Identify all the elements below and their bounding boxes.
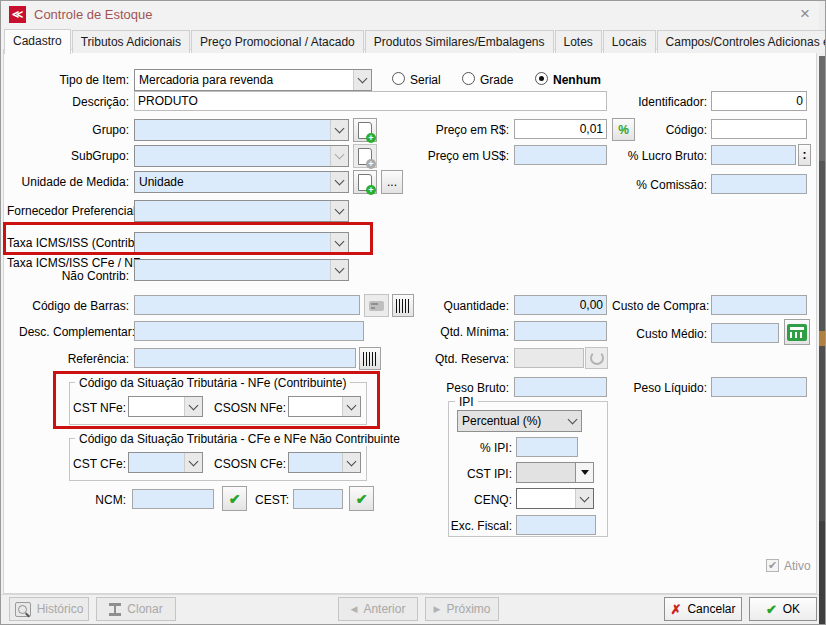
cenq-combo[interactable] [516,488,594,509]
window-title: Controle de Estoque [34,7,153,22]
tab-preco-promocional[interactable]: Preço Promocional / Atacado [191,30,364,53]
calcular-custo-button[interactable] [784,319,810,345]
chevron-down-icon [330,233,348,253]
identificador-label: Identificador: [617,95,707,109]
chevron-down-icon [575,489,593,508]
cst-ipi-combo[interactable] [516,462,594,483]
desc-complementar-input[interactable] [134,321,364,341]
referencia-barcode-button[interactable] [359,347,381,370]
grade-radio[interactable] [462,72,475,85]
taxa-icms-contrib-combo[interactable] [134,232,349,254]
add-grupo-button[interactable]: + [353,118,377,142]
chevron-down-icon [184,453,202,472]
calculator-icon [787,324,807,341]
identificador-input[interactable] [711,91,807,111]
pct-ipi-label: % IPI: [442,441,512,455]
csosn-cfe-combo[interactable] [288,452,361,473]
new-document-plus-icon: + [358,122,372,139]
preco-rs-label: Preço em R$: [419,123,509,137]
anterior-button: ◀ Anterior [338,597,418,621]
fornecedor-combo[interactable] [134,200,349,222]
barcode-button[interactable] [392,294,414,317]
new-document-plus-icon: + [358,148,372,165]
ncm-validate-button[interactable]: ✔ [222,486,247,511]
tab-tributos-adicionais[interactable]: Tributos Adicionais [72,30,190,53]
descricao-input[interactable] [134,91,607,111]
comissao-label: % Comissão: [617,178,707,192]
new-document-plus-icon: + [358,174,372,191]
chevron-down-icon [330,172,348,192]
custo-compra-input[interactable] [711,295,807,315]
arrow-right-icon: ▶ [434,604,441,614]
comissao-input[interactable] [711,174,807,194]
preco-us-input[interactable] [514,145,607,165]
ok-button[interactable]: ✔ OK [749,597,817,621]
nenhum-radio[interactable] [535,72,548,85]
tab-campos-controles[interactable]: Campos/Controles Adicionas e Observações [657,30,826,53]
history-book-icon [15,602,31,617]
csosn-nfe-combo[interactable] [288,396,361,417]
cest-validate-button[interactable]: ✔ [349,486,374,511]
cst-nfe-combo[interactable] [128,396,203,417]
unidade-medida-combo[interactable]: Unidade [134,171,349,193]
colon-icon: : [803,148,807,162]
cancel-x-icon: ✗ [671,602,682,617]
cst-cfe-group-title: Código da Situação Tributária - CFe e NF… [75,432,404,446]
tab-cadastro[interactable]: Cadastro [4,29,71,54]
chevron-down-icon [342,453,360,472]
tab-lotes[interactable]: Lotes [555,30,602,53]
unidade-more-button[interactable]: ... [381,170,403,194]
quantidade-input[interactable] [514,295,607,315]
chevron-down-icon [330,146,348,166]
ok-check-icon: ✔ [766,602,777,617]
historico-button: Histórico [9,597,89,621]
peso-liquido-input[interactable] [711,377,807,397]
cst-cfe-label: CST CFe: [73,457,123,471]
lucro-bruto-input[interactable] [711,145,796,165]
close-icon[interactable]: × [794,3,816,25]
subgrupo-label: SubGrupo: [29,149,129,163]
tab-produtos-similares[interactable]: Produtos Similares/Embalagens [365,30,554,53]
lucro-bruto-options-button[interactable]: : [798,144,811,166]
chevron-down-icon [184,397,202,416]
qtd-reserva-label: Qtd. Reserva: [419,352,509,366]
codigo-barras-label: Código de Barras: [29,299,129,313]
peso-bruto-input[interactable] [514,377,607,397]
referencia-label: Referência: [29,352,129,366]
grupo-combo[interactable] [134,119,349,141]
pct-ipi-input[interactable] [516,437,578,457]
tipo-de-item-label: Tipo de Item: [9,73,129,87]
desc-complementar-label: Desc. Complementar: [19,325,129,339]
exc-fiscal-input[interactable] [516,515,596,535]
cst-cfe-combo[interactable] [128,452,203,473]
codigo-input[interactable] [711,119,807,139]
quantidade-label: Quantidade: [419,299,509,313]
chevron-down-icon [342,397,360,416]
codigo-barras-input[interactable] [134,295,360,315]
ncm-input[interactable] [132,489,214,509]
subgrupo-combo [134,145,349,167]
ipi-tipo-combo[interactable]: Percentual (%) [457,410,582,432]
balance-print-button [364,294,389,317]
grupo-label: Grupo: [29,123,129,137]
cest-input[interactable] [293,489,343,509]
tab-strip: Cadastro Tributos Adicionais Preço Promo… [4,28,826,53]
barcode-icon [363,352,377,366]
lucro-bruto-label: % Lucro Bruto: [617,149,707,163]
refresh-icon [590,351,604,365]
referencia-input[interactable] [134,348,356,368]
custo-medio-input[interactable] [711,323,779,343]
tipo-de-item-combo[interactable]: Mercadoria para revenda [134,69,372,91]
cenq-label: CENQ: [442,493,512,507]
taxa-icms-nao-contrib-combo[interactable] [134,259,349,281]
add-unidade-button[interactable]: + [353,170,377,194]
preco-rs-input[interactable] [514,119,607,139]
cancelar-button[interactable]: ✗ Cancelar [664,597,742,621]
nenhum-radio-label: Nenhum [553,73,613,87]
clonar-button: Clonar [96,597,176,621]
ipi-group-title: IPI [455,395,478,409]
serial-radio[interactable] [392,72,405,85]
qtd-minima-input[interactable] [514,321,607,341]
tab-locais[interactable]: Locais [603,30,656,53]
clone-icon [109,603,121,616]
